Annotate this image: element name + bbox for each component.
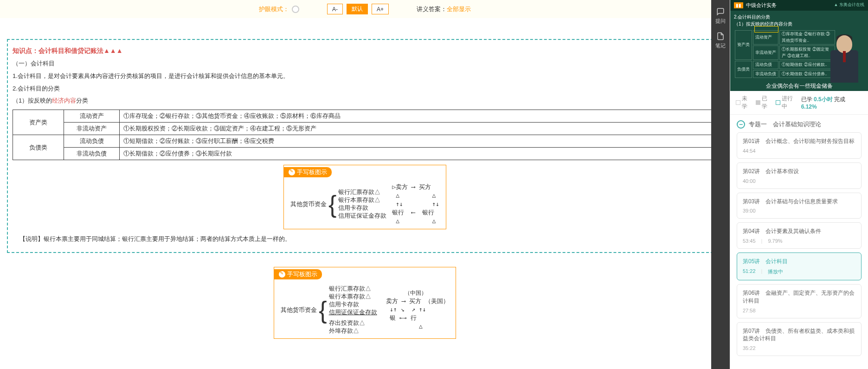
table-cell: 资产类 bbox=[13, 110, 64, 135]
lesson-item[interactable]: 第01讲 会计概念、会计职能与财务报告目标 44:54 bbox=[737, 132, 862, 159]
minus-circle-icon: − bbox=[737, 120, 745, 129]
table-cell: ①库存现金；②银行存款；③其他货币资金；④应收账款；⑤原材料；⑥库存商品 bbox=[120, 110, 717, 123]
hw-label: 其他货币资金 bbox=[281, 306, 317, 314]
handwrite-panel-1: 手写板图示 其他货币资金 { 银行汇票存款△ 银行本票存款△ 信用卡存款 信用证… bbox=[283, 165, 446, 229]
pencil-icon bbox=[289, 169, 295, 175]
table-cell: 流动资产 bbox=[64, 110, 120, 123]
eye-mode-toggle[interactable] bbox=[292, 6, 299, 13]
note-icon bbox=[716, 32, 725, 40]
checkbox-icon bbox=[736, 100, 740, 105]
knowledge-point-title: 知识点：会计科目和借贷记账法▲▲▲ bbox=[13, 47, 717, 55]
handwrite-header: 手写板图示 bbox=[284, 167, 332, 177]
brace-icon: { bbox=[319, 296, 327, 324]
hw-label: 其他货币资金 bbox=[290, 200, 327, 208]
ask-question-button[interactable]: 提问 bbox=[715, 4, 726, 28]
lesson-item[interactable]: 第03讲 会计基础与会计信息质量要求 39:00 bbox=[737, 193, 862, 219]
progress-legend: 未学 已学 进行中 已学 0.5小时 完成 6.12% bbox=[730, 91, 868, 115]
video-course-title: 中级会计实务 bbox=[746, 2, 777, 9]
table-cell: ①长期股权投资；②长期应收款；③固定资产；④在建工程；⑤无形资产 bbox=[120, 123, 717, 135]
brace-icon: { bbox=[328, 190, 336, 218]
handwrite-header: 手写板图示 bbox=[274, 269, 322, 279]
lecturer-figure bbox=[823, 29, 865, 83]
lesson-item[interactable]: 第04讲 会计要素及其确认条件 53:45|9.79% bbox=[737, 222, 862, 249]
right-sidebar: ▮▮ 中级会计实务 ▲ 东奥会计在线 2.会计科目的分类 （1）按反映的经济内容… bbox=[730, 0, 868, 369]
font-decrease-button[interactable]: A- bbox=[327, 4, 343, 14]
brand-logo: ▲ 东奥会计在线 bbox=[834, 2, 864, 8]
lecture-content-box: 知识点：会计科目和借贷记账法▲▲▲ （一）会计科目 1.会计科目，是对会计要素具… bbox=[7, 39, 723, 253]
vertical-toolbar: 提问 笔记 bbox=[711, 0, 730, 369]
table-cell: ①短期借款；②应付账款；③应付职工薪酬；④应交税费 bbox=[120, 135, 717, 148]
checkbox-filled-icon bbox=[756, 100, 760, 105]
video-badge-icon: ▮▮ bbox=[734, 2, 743, 8]
font-size-controls: A- 默认 A+ bbox=[327, 4, 389, 14]
lesson-item-active[interactable]: 第05讲 会计科目 51:22|播放中 bbox=[737, 252, 862, 280]
hw-diagram: 卖方 ⟶ 买方 （美国） ↓↑ ↘ ↗ ↑↓ 银 ←→ 行 △ bbox=[383, 297, 449, 331]
video-subtitle: 企业偶尔会有一些现金储备 bbox=[730, 82, 868, 90]
section-heading: （一）会计科目 bbox=[13, 59, 717, 69]
content-text: （1）按反映的经济内容分类 bbox=[13, 96, 717, 106]
top-toolbar: 护眼模式： A- 默认 A+ 讲义答案：全部显示 bbox=[0, 0, 730, 18]
explanation-note: 【说明】银行本票主要用于同城结算；银行汇票主要用于异地结算；两者的结算方式本质上… bbox=[19, 235, 717, 243]
section-toggle[interactable]: − 专题一 会计基础知识理论 bbox=[730, 115, 868, 132]
table-cell: 非流动资产 bbox=[64, 123, 120, 135]
content-text: 1.会计科目，是对会计要素具体内容进行分类核算的项目，是进行会计核算和提供会计信… bbox=[13, 71, 717, 81]
table-cell: 非流动负债 bbox=[64, 148, 120, 160]
video-player[interactable]: ▮▮ 中级会计实务 ▲ 东奥会计在线 2.会计科目的分类 （1）按反映的经济内容… bbox=[730, 0, 868, 91]
eye-mode-label: 护眼模式： bbox=[259, 5, 289, 13]
section-title: 专题一 会计基础知识理论 bbox=[749, 120, 821, 129]
chat-icon bbox=[716, 7, 725, 16]
pencil-icon bbox=[279, 271, 285, 278]
font-default-button[interactable]: 默认 bbox=[347, 4, 368, 14]
content-text: 2.会计科目的分类 bbox=[13, 84, 717, 94]
font-increase-button[interactable]: A+ bbox=[372, 4, 389, 14]
classification-table: 资产类 流动资产 ①库存现金；②银行存款；③其他货币资金；④应收账款；⑤原材料；… bbox=[13, 110, 717, 160]
table-cell: 负债类 bbox=[13, 135, 64, 160]
table-cell: 流动负债 bbox=[64, 135, 120, 148]
lesson-list[interactable]: 第01讲 会计概念、会计职能与财务报告目标 44:54 第02讲 会计基本假设 … bbox=[730, 132, 868, 369]
hw-diagram: ▷卖方 ⟶ 买方 △ △ ↑↓ ↑↓ 银行 ⟵ 银行 △ △ bbox=[392, 183, 439, 225]
take-notes-button[interactable]: 笔记 bbox=[715, 28, 726, 53]
answer-display-mode[interactable]: 讲义答案：全部显示 bbox=[417, 5, 471, 13]
lesson-item[interactable]: 第02讲 会计基本假设 40:00 bbox=[737, 162, 862, 189]
lesson-item[interactable]: 第07讲 负债类、所有者权益类、成本类和损益类会计科目 35:22 bbox=[737, 322, 862, 356]
table-cell: ①长期借款；②应付债券；③长期应付款 bbox=[120, 148, 717, 160]
handwrite-panel-2: 手写板图示 其他货币资金 { 银行汇票存款△ 银行本票存款△ 信用卡存款 信用证… bbox=[274, 267, 456, 339]
video-highlight-box bbox=[754, 26, 778, 32]
checkbox-active-icon bbox=[776, 100, 780, 105]
progress-summary: 已学 0.5小时 完成 6.12% bbox=[801, 96, 862, 110]
lesson-item[interactable]: 第06讲 金融资产、固定资产、无形资产的会计科目 27:58 bbox=[737, 284, 862, 318]
